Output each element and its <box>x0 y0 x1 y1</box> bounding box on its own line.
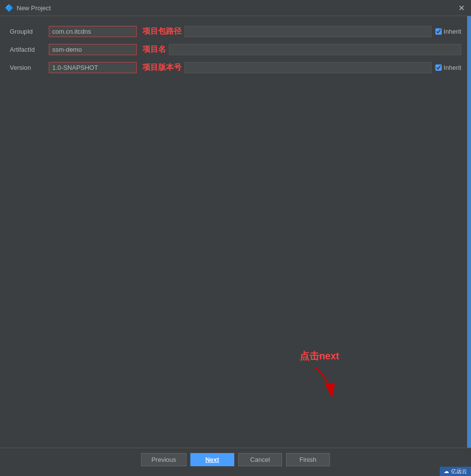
cancel-button[interactable]: Cancel <box>238 453 282 466</box>
version-row: Version 项目版本号 Inherit <box>10 62 461 73</box>
logo-icon: ☁ <box>444 468 449 475</box>
click-next-annotation: 点击next <box>300 350 339 399</box>
title-bar: 🔷 New Project ✕ <box>0 0 471 16</box>
dialog-content: GroupId 项目包路径 Inherit ArtifactId 项目名 Ver… <box>0 16 471 448</box>
groupid-input[interactable] <box>49 26 137 37</box>
finish-button[interactable]: Finish <box>286 453 330 466</box>
arrow-icon <box>310 365 339 399</box>
version-label: Version <box>10 64 49 71</box>
groupid-annotation: 项目包路径 <box>143 26 182 37</box>
version-inherit-section: Inherit <box>435 64 461 71</box>
logo-watermark: ☁ 亿远云 <box>440 467 471 476</box>
next-button[interactable]: Next <box>190 453 234 466</box>
dialog-footer: Previous Next Cancel Finish <box>0 448 471 476</box>
logo-text: 亿远云 <box>451 468 467 475</box>
artifactid-extra-input[interactable] <box>169 44 461 55</box>
new-project-dialog: 🔷 New Project ✕ GroupId 项目包路径 Inherit Ar… <box>0 0 471 476</box>
version-extra-input[interactable] <box>184 62 431 73</box>
artifactid-annotation: 项目名 <box>143 44 166 55</box>
groupid-row: GroupId 项目包路径 Inherit <box>10 26 461 37</box>
groupid-label: GroupId <box>10 28 49 35</box>
artifactid-input[interactable] <box>49 44 137 55</box>
artifactid-row: ArtifactId 项目名 <box>10 44 461 55</box>
version-annotation: 项目版本号 <box>143 62 182 73</box>
right-strip <box>467 16 471 448</box>
groupid-inherit-checkbox[interactable] <box>435 28 442 35</box>
version-input[interactable] <box>49 62 137 73</box>
click-next-label: 点击next <box>300 350 339 363</box>
artifactid-label: ArtifactId <box>10 46 49 53</box>
version-inherit-label: Inherit <box>444 64 461 71</box>
groupid-extra-input[interactable] <box>184 26 431 37</box>
groupid-inherit-section: Inherit <box>435 28 461 35</box>
previous-button[interactable]: Previous <box>141 453 186 466</box>
dialog-title: New Project <box>17 4 456 12</box>
app-icon: 🔷 <box>5 4 13 12</box>
close-button[interactable]: ✕ <box>456 3 466 13</box>
version-inherit-checkbox[interactable] <box>435 64 442 71</box>
groupid-inherit-label: Inherit <box>444 28 461 35</box>
